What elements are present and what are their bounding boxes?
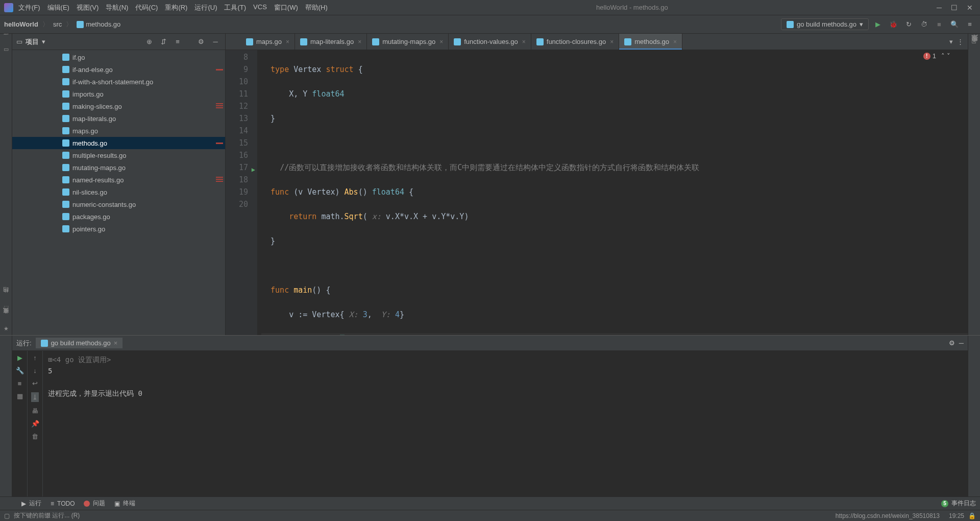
tree-item[interactable]: nil-slices.go bbox=[12, 186, 225, 198]
menu-run[interactable]: 运行(U) bbox=[194, 3, 217, 12]
line-number[interactable]: 20 bbox=[226, 198, 248, 210]
minimize-icon[interactable]: ─ bbox=[937, 4, 942, 12]
tool-favorites[interactable]: 收藏夹 bbox=[2, 316, 10, 320]
bottom-run[interactable]: ▶运行 bbox=[21, 499, 41, 508]
tree-item[interactable]: pointers.go bbox=[12, 223, 225, 235]
print-icon[interactable]: 🖶 bbox=[32, 407, 38, 415]
line-number[interactable]: 11 bbox=[226, 88, 248, 100]
run-config-selector[interactable]: go build methods.go ▾ bbox=[781, 18, 869, 30]
expand-icon[interactable]: ≡ bbox=[172, 36, 183, 48]
line-number[interactable]: 14 bbox=[226, 125, 248, 137]
menu-file[interactable]: 文件(F) bbox=[18, 3, 40, 12]
tree-item[interactable]: if.go bbox=[12, 51, 225, 63]
line-number[interactable]: 18 bbox=[226, 174, 248, 186]
scroll-icon[interactable]: ⤓ bbox=[31, 392, 39, 402]
profile-button[interactable]: ⏱ bbox=[918, 18, 930, 31]
tree-item[interactable]: imports.go bbox=[12, 88, 225, 100]
gear-icon[interactable]: ⚙ bbox=[949, 339, 955, 347]
editor-tab[interactable]: function-closures.go× bbox=[531, 34, 619, 50]
menu-refactor[interactable]: 重构(R) bbox=[165, 3, 187, 12]
chevron-down-icon[interactable]: ▾ bbox=[42, 38, 45, 45]
wrench-icon[interactable]: 🔧 bbox=[16, 367, 24, 374]
project-tree[interactable]: if.goif-and-else.goif-with-a-short-state… bbox=[12, 50, 225, 335]
editor-tab[interactable]: methods.go× bbox=[619, 34, 682, 50]
code-content[interactable]: type Vertex struct { X, Y float64 } //函数… bbox=[257, 50, 968, 335]
code-editor[interactable]: 891011121314151617▶181920 type Vertex st… bbox=[226, 50, 968, 335]
close-icon[interactable]: ✕ bbox=[967, 4, 973, 12]
hide-icon[interactable]: ─ bbox=[959, 339, 964, 347]
trash-icon[interactable]: 🗑 bbox=[32, 433, 38, 440]
tool-database[interactable]: 数据库 bbox=[970, 44, 979, 49]
line-number[interactable]: 12 bbox=[226, 100, 248, 112]
status-icon[interactable]: ▢ bbox=[4, 512, 10, 519]
close-icon[interactable]: × bbox=[114, 339, 118, 347]
line-number[interactable]: 10 bbox=[226, 76, 248, 88]
close-icon[interactable]: × bbox=[610, 38, 614, 45]
maximize-icon[interactable]: ☐ bbox=[951, 4, 958, 12]
line-number[interactable]: 17▶ bbox=[226, 161, 248, 174]
search-everywhere-button[interactable]: 🔍 bbox=[948, 18, 961, 31]
structure-icon[interactable]: ⬚ bbox=[4, 304, 9, 311]
chevron-down-icon[interactable]: ▾ bbox=[949, 38, 953, 45]
settings-button[interactable]: ≡ bbox=[964, 18, 976, 31]
console-output[interactable]: ⊞<4 go 设置调用> 5 进程完成，并显示退出代码 0 bbox=[43, 351, 968, 496]
tree-item[interactable]: if-and-else.go bbox=[12, 63, 225, 76]
line-number[interactable]: 16 bbox=[226, 149, 248, 161]
tree-item[interactable]: map-literals.go bbox=[12, 112, 225, 125]
line-number[interactable]: 15 bbox=[226, 137, 248, 149]
breadcrumb-file[interactable]: methods.go bbox=[77, 20, 120, 28]
caret-position[interactable]: 19:25 bbox=[949, 512, 964, 519]
bottom-events[interactable]: 5事件日志 bbox=[941, 499, 976, 508]
menu-window[interactable]: 窗口(W) bbox=[274, 3, 298, 12]
tree-item[interactable]: packages.go bbox=[12, 210, 225, 223]
tree-item[interactable]: making-slices.go bbox=[12, 100, 225, 112]
tree-item[interactable]: maps.go bbox=[12, 125, 225, 137]
tree-item[interactable]: methods.go bbox=[12, 137, 225, 149]
close-icon[interactable]: × bbox=[286, 38, 289, 45]
up-icon[interactable]: ↑ bbox=[33, 354, 37, 362]
database-icon[interactable]: 🗄 bbox=[971, 37, 977, 44]
menu-view[interactable]: 视图(V) bbox=[77, 3, 99, 12]
close-icon[interactable]: × bbox=[439, 38, 443, 45]
debug-button[interactable]: 🐞 bbox=[887, 18, 899, 31]
bottom-terminal[interactable]: ▣终端 bbox=[114, 499, 135, 508]
editor-tab[interactable]: function-values.go× bbox=[449, 34, 531, 50]
target-icon[interactable]: ⊕ bbox=[143, 36, 155, 48]
soft-wrap-icon[interactable]: ↩ bbox=[32, 380, 38, 387]
tree-item[interactable]: multiple-results.go bbox=[12, 149, 225, 161]
run-tab[interactable]: go build methods.go × bbox=[36, 338, 123, 348]
line-number[interactable]: 19 bbox=[226, 186, 248, 198]
gear-icon[interactable]: ⚙ bbox=[195, 36, 207, 48]
folder-icon[interactable]: ▭ bbox=[4, 46, 9, 53]
more-tabs-icon[interactable]: ⋮ bbox=[957, 38, 964, 45]
coverage-button[interactable]: ↻ bbox=[902, 18, 915, 31]
star-icon[interactable]: ★ bbox=[4, 325, 9, 332]
close-icon[interactable]: × bbox=[358, 38, 361, 45]
collapse-icon[interactable]: ⇵ bbox=[158, 36, 169, 48]
tree-item[interactable]: if-with-a-short-statement.go bbox=[12, 76, 225, 88]
bottom-todo[interactable]: ≡TODO bbox=[51, 500, 75, 507]
line-number[interactable]: 9 bbox=[226, 63, 248, 76]
menu-tools[interactable]: 工具(T) bbox=[224, 3, 246, 12]
breadcrumb-project[interactable]: helloWorld bbox=[4, 20, 38, 28]
tree-item[interactable]: mutating-maps.go bbox=[12, 161, 225, 174]
menu-vcs[interactable]: VCS bbox=[253, 3, 267, 12]
lock-icon[interactable]: 🔒 bbox=[968, 512, 976, 519]
hide-icon[interactable]: ─ bbox=[210, 36, 221, 48]
editor-tab[interactable]: map-literals.go× bbox=[295, 34, 367, 50]
menu-help[interactable]: 帮助(H) bbox=[305, 3, 328, 12]
pin-icon[interactable]: 📌 bbox=[31, 420, 39, 428]
tool-project[interactable]: 项目 bbox=[2, 37, 10, 41]
rerun-button[interactable]: ▶ bbox=[17, 354, 22, 362]
breadcrumb-src[interactable]: src bbox=[53, 20, 62, 28]
down-icon[interactable]: ↓ bbox=[33, 367, 37, 374]
close-icon[interactable]: × bbox=[522, 38, 526, 45]
bottom-problems[interactable]: 问题 bbox=[84, 499, 105, 508]
menu-nav[interactable]: 导航(N) bbox=[106, 3, 128, 12]
run-gutter-icon[interactable]: ▶ bbox=[252, 163, 255, 176]
stop-button[interactable]: ■ bbox=[18, 380, 22, 387]
run-button[interactable]: ▶ bbox=[872, 18, 884, 31]
editor-tab[interactable]: mutating-maps.go× bbox=[367, 34, 449, 50]
tree-item[interactable]: named-results.go bbox=[12, 174, 225, 186]
tree-item[interactable]: numeric-constants.go bbox=[12, 198, 225, 210]
